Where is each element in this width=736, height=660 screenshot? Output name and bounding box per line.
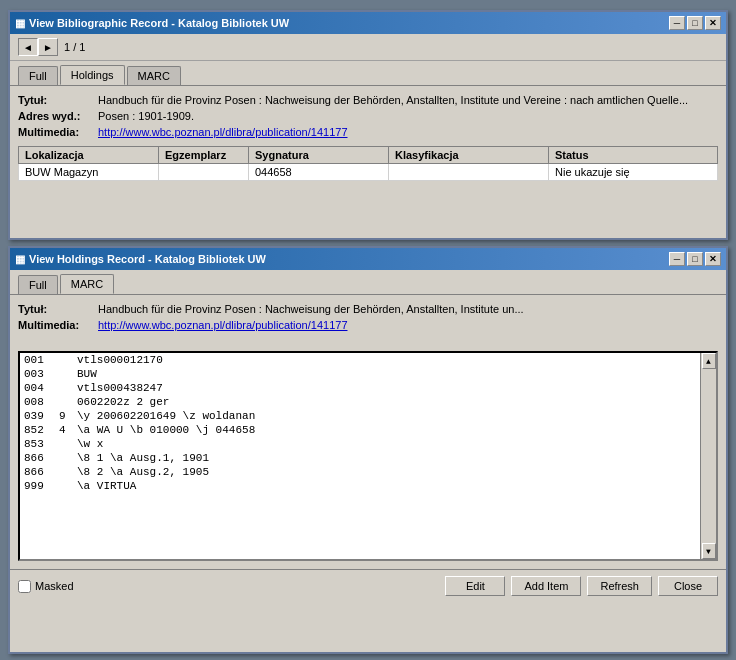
marc-tag: 866 [24,466,59,478]
window1-title: View Bibliographic Record - Katalog Bibl… [29,17,289,29]
add-item-button[interactable]: Add Item [511,576,581,596]
marc-tag: 001 [24,354,59,366]
window1-close-btn[interactable]: ✕ [705,16,721,30]
marc-row[interactable]: 8524\a WA U \b 010000 \j 044658 [20,423,716,437]
marc-row[interactable]: 0080602202z 2 ger [20,395,716,409]
marc-tag: 004 [24,382,59,394]
table-header-row: Lokalizacja Egzemplarz Sygnatura Klasyfi… [19,147,718,164]
marc-rows: 001vtls000012170003BUW004vtls00043824700… [20,353,716,493]
marc-row[interactable]: 866\8 1 \a Ausg.1, 1901 [20,451,716,465]
tab-holdings[interactable]: Holdings [60,65,125,85]
close-window-button[interactable]: Close [658,576,718,596]
edit-button[interactable]: Edit [445,576,505,596]
button-bar: Masked Edit Add Item Refresh Close [10,569,726,602]
masked-checkbox-area: Masked [18,580,74,593]
refresh-button[interactable]: Refresh [587,576,652,596]
marc-data: \8 2 \a Ausg.2, 1905 [77,466,696,478]
marc-data: \a VIRTUA [77,480,696,492]
title2-field-row: Tytuł: Handbuch für die Provinz Posen : … [18,303,718,315]
window2-close-btn[interactable]: ✕ [705,252,721,266]
multimedia-label: Multimedia: [18,126,98,138]
title2-label: Tytuł: [18,303,98,315]
window1-minimize-btn[interactable]: ─ [669,16,685,30]
next-record-btn[interactable]: ► [38,38,58,56]
marc-row[interactable]: 004vtls000438247 [20,381,716,395]
tab2-marc[interactable]: MARC [60,274,114,294]
marc-data: \y 200602201649 \z woldanan [77,410,696,422]
marc-data: 0602202z 2 ger [77,396,696,408]
title2-value: Handbuch für die Provinz Posen : Nachwei… [98,303,524,315]
multimedia-link[interactable]: http://www.wbc.poznan.pl/dlibra/publicat… [98,126,348,138]
cell-klasyfikacja [389,164,549,181]
multimedia-field-row: Multimedia: http://www.wbc.poznan.pl/dli… [18,126,718,138]
marc-tag: 853 [24,438,59,450]
marc-data: \w x [77,438,696,450]
marc-ind [59,480,77,492]
marc-tag: 039 [24,410,59,422]
cell-sygnatura: 044658 [249,164,389,181]
title-label: Tytuł: [18,94,98,106]
window2-content: Tytuł: Handbuch für die Provinz Posen : … [10,295,726,569]
marc-data-area[interactable]: 001vtls000012170003BUW004vtls00043824700… [18,351,718,561]
title-value: Handbuch für die Provinz Posen : Nachwei… [98,94,688,106]
arrow-left-icon: ◄ [23,42,33,53]
address-value: Posen : 1901-1909. [98,110,194,122]
col-klasyfikacja: Klasyfikacja [389,147,549,164]
masked-checkbox[interactable] [18,580,31,593]
minimize-icon: ─ [674,18,680,28]
multimedia2-label: Multimedia: [18,319,98,331]
tab-marc[interactable]: MARC [127,66,181,85]
marc-data: \8 1 \a Ausg.1, 1901 [77,452,696,464]
scrollbar[interactable]: ▲ ▼ [700,353,716,559]
marc-ind: 9 [59,410,77,422]
window2-maximize-btn[interactable]: □ [687,252,703,266]
bibliographic-window: ▦ View Bibliographic Record - Katalog Bi… [8,10,728,240]
col-lokalizacja: Lokalizacja [19,147,159,164]
marc-ind [59,396,77,408]
marc-row[interactable]: 999\a VIRTUA [20,479,716,493]
marc-ind [59,438,77,450]
col-sygnatura: Sygnatura [249,147,389,164]
arrow-right-icon: ► [43,42,53,53]
minimize-icon2: ─ [674,254,680,264]
title-field-row: Tytuł: Handbuch für die Provinz Posen : … [18,94,718,106]
marc-tag: 003 [24,368,59,380]
multimedia2-link[interactable]: http://www.wbc.poznan.pl/dlibra/publicat… [98,319,348,331]
address-label: Adres wyd.: [18,110,98,122]
marc-ind [59,452,77,464]
window1-maximize-btn[interactable]: □ [687,16,703,30]
marc-tag: 999 [24,480,59,492]
marc-row[interactable]: 001vtls000012170 [20,353,716,367]
window1-icon: ▦ [15,17,25,30]
prev-record-btn[interactable]: ◄ [18,38,38,56]
window1-content: Tytuł: Handbuch für die Provinz Posen : … [10,86,726,181]
window1-tabs: Full Holdings MARC [10,61,726,86]
marc-row[interactable]: 003BUW [20,367,716,381]
window2-tabs: Full MARC [10,270,726,295]
marc-row[interactable]: 853\w x [20,437,716,451]
marc-data: vtls000438247 [77,382,696,394]
tab-full[interactable]: Full [18,66,58,85]
marc-data: \a WA U \b 010000 \j 044658 [77,424,696,436]
marc-ind: 4 [59,424,77,436]
scroll-up-btn[interactable]: ▲ [702,353,716,369]
multimedia2-field-row: Multimedia: http://www.wbc.poznan.pl/dli… [18,319,718,331]
marc-row[interactable]: 0399\y 200602201649 \z woldanan [20,409,716,423]
scroll-down-btn[interactable]: ▼ [702,543,716,559]
marc-ind [59,382,77,394]
window2-titlebar: ▦ View Holdings Record - Katalog Bibliot… [10,248,726,270]
cell-lokalizacja: BUW Magazyn [19,164,159,181]
marc-tag: 866 [24,452,59,464]
window1-titlebar: ▦ View Bibliographic Record - Katalog Bi… [10,12,726,34]
marc-row[interactable]: 866\8 2 \a Ausg.2, 1905 [20,465,716,479]
tab2-full[interactable]: Full [18,275,58,294]
cell-status: Nie ukazuje się [549,164,718,181]
maximize-icon2: □ [692,254,697,264]
col-status: Status [549,147,718,164]
marc-data: vtls000012170 [77,354,696,366]
record-count: 1 / 1 [64,41,85,53]
table-row[interactable]: BUW Magazyn 044658 Nie ukazuje się [19,164,718,181]
marc-ind [59,368,77,380]
window2-minimize-btn[interactable]: ─ [669,252,685,266]
address-field-row: Adres wyd.: Posen : 1901-1909. [18,110,718,122]
